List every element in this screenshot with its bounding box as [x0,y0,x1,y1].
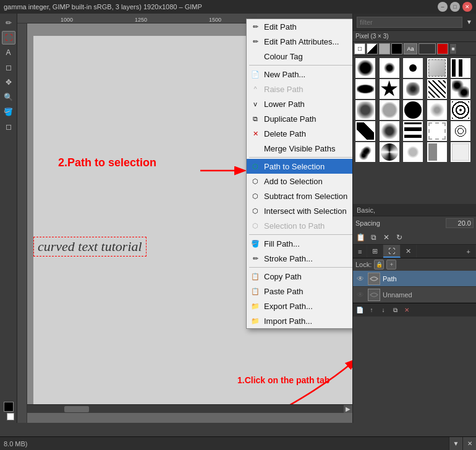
spacing-input[interactable] [446,218,474,228]
tab-paths[interactable]: ⛶ [383,245,401,258]
context-menu: ✏ Edit Path ✏ Edit Path Attributes... Co… [246,19,352,329]
annotation-click-path-tab: 1.Click on the path tab [237,375,329,385]
cm-new-path[interactable]: 📄 New Path... [247,67,352,82]
brush-cell-9[interactable] [427,79,447,99]
cm-delete-path[interactable]: ✕ Delete Path [247,126,352,141]
scrollbar-horizontal[interactable]: ▶ [27,404,352,413]
brush-cell-17[interactable] [380,121,399,141]
tool-text[interactable]: A [2,46,15,59]
brush-cell-12[interactable] [380,100,399,120]
minimize-button[interactable]: – [438,2,448,12]
path-btn-dup[interactable]: ⧉ [389,305,401,316]
cm-paste-path[interactable]: 📋 Paste Path [247,284,352,299]
tab-close[interactable]: ✕ [401,245,417,258]
tool-select[interactable]: ◻ [2,61,15,74]
brush-cell-16[interactable] [355,121,375,141]
brush-cell-19[interactable] [427,121,447,141]
cm-merge-visible[interactable]: Merge Visible Paths [247,141,352,156]
spacing-label: Spacing [355,219,446,227]
tab-layers[interactable]: ≡ [353,245,367,258]
cm-stroke-path[interactable]: ✏ Stroke Path... [247,251,352,266]
brush-cell-3[interactable] [403,58,423,78]
tool-move[interactable]: ✥ [2,75,15,89]
tab-settings[interactable]: + [462,245,476,258]
brush-cell-25[interactable] [451,142,470,162]
brush-cell-22[interactable] [380,142,399,162]
brush-cell-6[interactable] [355,79,375,99]
brush-cell-7[interactable] [380,79,399,99]
brush-cell-15[interactable] [451,100,470,120]
path-entry-1[interactable]: 👁 Path [353,271,476,287]
raise-path-icon: ^ [250,84,260,94]
cm-duplicate-path[interactable]: ⧉ Duplicate Path [247,111,352,126]
brush-cell-1[interactable] [355,58,375,78]
brush-cell-8[interactable] [403,79,423,99]
cm-path-to-sel[interactable]: ⬡ Path to Selection [247,159,352,174]
brush-cell-20[interactable] [451,121,470,141]
brush-cell-4[interactable] [427,58,447,78]
brush-cell-14[interactable] [427,100,447,120]
cm-fill-path[interactable]: 🪣 Fill Path... [247,236,352,251]
path-btn-lower[interactable]: ↓ [378,305,389,316]
brush-tool-refresh[interactable]: ↻ [393,231,406,244]
panel-expand-btn[interactable]: ■ [449,43,457,54]
cm-add-to-sel[interactable]: ⬡ Add to Selection [247,174,352,189]
brush-cell-5[interactable] [451,58,470,78]
canvas-curved-text: curved text tutorial [33,237,147,257]
paste-path-icon: 📋 [250,286,260,296]
status-expand-btn[interactable]: ▼ [449,437,462,450]
lock-label: Lock: [355,261,372,268]
path-thumb-2 [368,289,380,301]
tool-pencil[interactable]: ✏ [2,16,15,30]
brush-section-header: Basic, [353,204,476,216]
swatch-black[interactable] [391,43,402,54]
filter-input[interactable] [357,17,462,28]
brush-tool-delete[interactable]: ✕ [380,231,393,244]
path-eye-icon-1[interactable]: 👁 [355,274,365,284]
cm-colour-tag[interactable]: Colour Tag ▶ [247,49,352,64]
swatch-gray[interactable] [379,43,390,54]
path-btn-new[interactable]: 📄 [354,305,365,316]
brush-cell-2[interactable] [380,58,399,78]
tool-zoom[interactable]: 🔍 [2,90,15,104]
path-btn-del[interactable]: ✕ [401,305,412,316]
cm-export-path[interactable]: 📁 Export Path... [247,299,352,313]
brush-cell-13[interactable] [403,100,423,120]
brush-tool-new[interactable]: 📋 [354,231,367,244]
tool-bucket[interactable]: 🪣 [2,105,15,119]
close-button[interactable]: ✕ [462,2,472,12]
brush-tool-duplicate[interactable]: ⧉ [367,231,380,244]
brush-cell-11[interactable] [355,100,375,120]
tool-path[interactable]: ⛶ [2,31,15,45]
maximize-button[interactable]: □ [450,2,460,12]
brush-toolbar-row: 📋 ⧉ ✕ ↻ [353,230,476,245]
swatch-white[interactable]: □ [354,43,365,54]
brush-cell-18[interactable] [403,121,423,141]
path-btn-raise[interactable]: ↑ [366,305,377,316]
brush-cell-10[interactable] [451,79,470,99]
brush-cell-24[interactable] [427,142,447,162]
brush-cell-23[interactable] [403,142,423,162]
lock-btn-1[interactable]: 🔒 [374,260,384,270]
cm-subtract-from-sel[interactable]: ⬡ Subtract from Selection [247,189,352,203]
path-eye-icon-2[interactable]: 👁 [355,290,365,300]
tool-eraser[interactable]: ◻ [2,120,15,134]
cm-lower-path[interactable]: v Lower Path [247,96,352,111]
path-entry-2[interactable]: 👁 Unnamed [353,287,476,303]
tab-channels[interactable]: ⊞ [367,245,383,258]
scroll-arrow-right[interactable]: ▶ [344,405,352,414]
cm-intersect-with-sel[interactable]: ⬡ Intersect with Selection [247,203,352,218]
brush-cell-21[interactable] [355,142,375,162]
swatch-dark[interactable] [419,43,436,54]
swatch-font[interactable]: Aa [404,43,417,54]
filter-dropdown-icon[interactable]: ▼ [466,19,472,25]
status-close-btn[interactable]: ✕ [462,437,476,450]
cm-import-path[interactable]: 📁 Import Path... [247,313,352,328]
cm-copy-path[interactable]: 📋 Copy Path [247,269,352,284]
edit-path-icon: ✏ [250,22,260,32]
swatch-gradient[interactable] [367,43,378,54]
cm-edit-path-attr[interactable]: ✏ Edit Path Attributes... [247,34,352,49]
lock-btn-2[interactable]: + [386,260,396,270]
cm-edit-path[interactable]: ✏ Edit Path [247,19,352,34]
swatch-red[interactable] [437,43,448,54]
